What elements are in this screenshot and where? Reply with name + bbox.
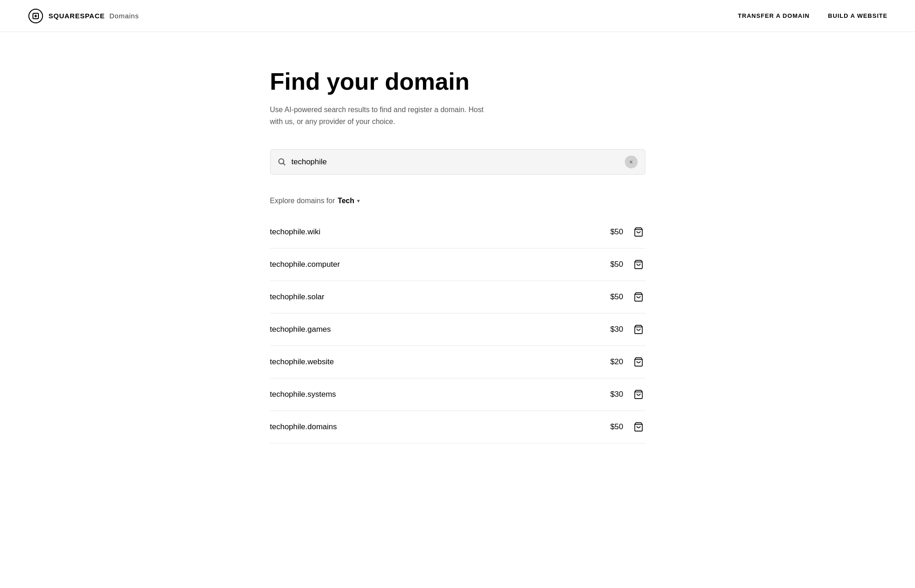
domain-right: $50 xyxy=(610,420,645,434)
add-to-cart-button[interactable] xyxy=(632,420,645,434)
page-title: Find your domain xyxy=(270,69,645,95)
domain-name: techophile.games xyxy=(270,325,331,334)
cart-icon xyxy=(633,259,644,270)
domain-list-item: techophile.wiki $50 xyxy=(270,216,645,248)
search-box: × xyxy=(270,149,645,175)
domain-name: techophile.computer xyxy=(270,260,340,269)
domain-list-item: techophile.computer $50 xyxy=(270,248,645,281)
logo-area: SQUARESPACE Domains xyxy=(27,8,139,24)
explore-label-prefix: Explore domains for xyxy=(270,197,335,205)
domain-list-item: techophile.website $20 xyxy=(270,346,645,378)
site-header: SQUARESPACE Domains TRANSFER A DOMAIN BU… xyxy=(0,0,915,32)
domain-list-item: techophile.systems $30 xyxy=(270,378,645,411)
squarespace-logo-icon xyxy=(27,8,44,24)
domain-right: $50 xyxy=(610,258,645,271)
search-clear-button[interactable]: × xyxy=(625,156,638,168)
domain-price: $50 xyxy=(610,227,623,237)
domain-name: techophile.website xyxy=(270,357,334,367)
domain-price: $30 xyxy=(610,390,623,399)
cart-icon xyxy=(633,227,644,237)
cart-icon xyxy=(633,324,644,334)
domain-right: $50 xyxy=(610,225,645,239)
main-content: Find your domain Use AI-powered search r… xyxy=(252,32,664,471)
domain-price: $50 xyxy=(610,260,623,269)
add-to-cart-button[interactable] xyxy=(632,355,645,369)
cart-icon xyxy=(633,357,644,367)
explore-heading[interactable]: Explore domains for Tech ▾ xyxy=(270,197,645,205)
explore-keyword: Tech xyxy=(338,197,354,205)
nav-build-website[interactable]: BUILD A WEBSITE xyxy=(828,12,888,19)
search-input[interactable] xyxy=(292,157,619,167)
search-container: × xyxy=(270,149,645,175)
cart-icon xyxy=(633,422,644,432)
cart-icon xyxy=(633,389,644,399)
domain-price: $30 xyxy=(610,325,623,334)
domain-list-item: techophile.games $30 xyxy=(270,313,645,346)
logo-brand-text: SQUARESPACE xyxy=(49,12,105,20)
logo-product-text: Domains xyxy=(109,12,139,20)
domain-name: techophile.domains xyxy=(270,422,337,432)
domain-list-item: techophile.domains $50 xyxy=(270,411,645,443)
hero-subtitle: Use AI-powered search results to find an… xyxy=(270,104,490,127)
add-to-cart-button[interactable] xyxy=(632,225,645,239)
domain-price: $50 xyxy=(610,422,623,432)
chevron-down-icon: ▾ xyxy=(357,198,360,204)
cart-icon xyxy=(633,292,644,302)
svg-line-1 xyxy=(283,163,285,166)
search-icon xyxy=(278,158,286,166)
domain-list-item: techophile.solar $50 xyxy=(270,281,645,313)
domain-right: $20 xyxy=(610,355,645,369)
add-to-cart-button[interactable] xyxy=(632,323,645,336)
domain-name: techophile.solar xyxy=(270,292,325,302)
add-to-cart-button[interactable] xyxy=(632,290,645,304)
domain-price: $20 xyxy=(610,357,623,367)
domain-price: $50 xyxy=(610,292,623,302)
domain-right: $30 xyxy=(610,388,645,401)
domain-list: techophile.wiki $50 techophile.computer … xyxy=(270,216,645,443)
domain-right: $50 xyxy=(610,290,645,304)
nav-transfer-domain[interactable]: TRANSFER A DOMAIN xyxy=(738,12,810,19)
domain-right: $30 xyxy=(610,323,645,336)
main-nav: TRANSFER A DOMAIN BUILD A WEBSITE xyxy=(738,12,888,19)
domain-name: techophile.wiki xyxy=(270,227,321,237)
svg-point-0 xyxy=(279,159,284,164)
add-to-cart-button[interactable] xyxy=(632,388,645,401)
add-to-cart-button[interactable] xyxy=(632,258,645,271)
domain-name: techophile.systems xyxy=(270,390,336,399)
